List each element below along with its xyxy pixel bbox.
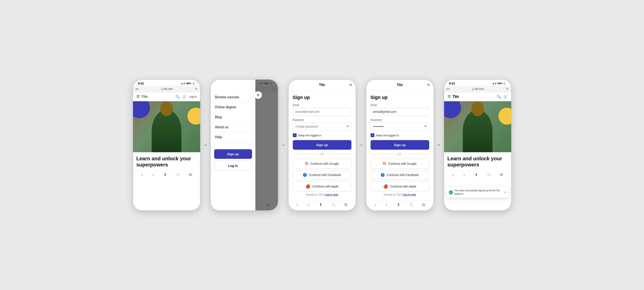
- hamburger-icon-5[interactable]: ☰: [448, 94, 451, 99]
- bottom-nav-3: ‹ › ⬆ □ ⧉: [288, 200, 356, 210]
- cart-icon-5[interactable]: 🛒: [504, 95, 508, 99]
- menu-item-about[interactable]: About us: [211, 122, 256, 132]
- forward-btn-4[interactable]: ›: [386, 203, 387, 207]
- back-btn-1[interactable]: ‹: [141, 172, 142, 177]
- tabs-btn-1[interactable]: ⧉: [189, 172, 192, 177]
- share-btn-3[interactable]: ⬆: [319, 202, 322, 207]
- lock-icon-1: 🔒: [161, 88, 164, 90]
- reload-btn-5[interactable]: ↻: [506, 87, 509, 91]
- url-text-5: tilo.com: [475, 87, 484, 90]
- apple-btn-3[interactable]: 🍎 Continue with Apple: [293, 181, 352, 192]
- tabs-btn-3[interactable]: ⧉: [344, 203, 347, 207]
- signup-modal-4: Tilo ✕ Sign up Email Password 👁: [366, 80, 434, 210]
- tabs-btn-4[interactable]: ⧉: [422, 203, 425, 207]
- keep-logged-checkbox-3[interactable]: ✓: [293, 133, 296, 137]
- bookmarks-btn-4[interactable]: □: [410, 203, 412, 207]
- login-link-3[interactable]: Log in now: [325, 193, 338, 196]
- phone-4: 9:41 ▲▼ WiFi 🔋 AA 🔒 tilo.com ↻ Tilo ✕ Si…: [366, 79, 434, 211]
- modal-header-4: Tilo ✕: [366, 80, 434, 90]
- toast-success-icon: ✓: [449, 190, 453, 195]
- facebook-label-3: Continue with Facebook: [309, 173, 341, 177]
- phone-2: 9:41 ▲▼ WiFi 🔋 AA 🔒 tilo.com ↻ Tilo Brow…: [210, 79, 278, 211]
- status-icons-5: ▲▼ WiFi 🔋: [492, 82, 506, 85]
- already-text-3: Already on Tilo? Log in now: [293, 193, 352, 196]
- password-group-3: Password 👁: [293, 118, 352, 131]
- hero-photo-1: [133, 101, 200, 152]
- already-span-4: Already on Tilo?: [384, 193, 402, 196]
- password-label-3: Password: [293, 118, 352, 121]
- menu-item-browse[interactable]: Browse courses ›: [211, 92, 256, 102]
- share-btn-1[interactable]: ⬆: [164, 172, 167, 177]
- close-menu-btn[interactable]: ✕: [254, 91, 262, 99]
- search-icon-5[interactable]: 🔍: [497, 95, 501, 99]
- back-btn-3[interactable]: ‹: [297, 203, 298, 207]
- menu-overlay: Browse courses › Online degree Blog Abou…: [211, 80, 278, 210]
- status-bar-5: 9:41 ▲▼ WiFi 🔋: [444, 80, 511, 86]
- email-input-3[interactable]: [293, 107, 352, 116]
- signup-btn-4[interactable]: Sign up: [370, 140, 429, 150]
- dark-overlay[interactable]: [256, 80, 278, 210]
- arrow-2: [278, 142, 288, 148]
- menu-signup-btn[interactable]: Sign up: [214, 149, 252, 159]
- eye-icon-4[interactable]: 👁: [424, 125, 427, 128]
- hero-title-1: Learn and unlock your superpowers: [136, 156, 197, 168]
- toast-message: You have successfully signed up for the …: [455, 189, 502, 196]
- phone-3: 9:41 ▲▼ WiFi 🔋 AA 🔒 tilo.com ↻ Tilo ✕ Si…: [288, 79, 356, 211]
- modal-close-btn-3[interactable]: ✕: [349, 83, 352, 87]
- menu-label-about: About us: [215, 125, 228, 129]
- toast-close-btn[interactable]: ✕: [504, 191, 506, 194]
- google-label-4: Continue with Google: [388, 162, 417, 165]
- google-btn-3[interactable]: G Continue with Google: [293, 159, 352, 169]
- password-input-3[interactable]: [293, 122, 352, 131]
- menu-buttons: Sign up Log in: [211, 146, 256, 174]
- menu-item-help[interactable]: Help: [211, 132, 256, 142]
- forward-btn-1[interactable]: ›: [152, 172, 154, 177]
- bookmarks-btn-5[interactable]: □: [488, 172, 490, 177]
- bookmarks-btn-3[interactable]: □: [332, 203, 335, 207]
- time-1: 9:41: [138, 82, 144, 85]
- forward-btn-3[interactable]: ›: [308, 203, 309, 207]
- browser-bar-5: AA 🔒 tilo.com ↻: [444, 86, 511, 92]
- eye-icon-3[interactable]: 👁: [346, 125, 349, 128]
- menu-item-degree[interactable]: Online degree: [211, 102, 256, 112]
- email-group-4: Email: [370, 104, 429, 116]
- share-btn-5[interactable]: ⬆: [475, 172, 478, 177]
- nav-bar-1: ☰ Tilo 🔍 🛒 Log in: [133, 92, 200, 101]
- forward-btn-5[interactable]: ›: [464, 172, 465, 177]
- signup-modal-3: Tilo ✕ Sign up Email Password 👁: [288, 80, 356, 210]
- facebook-btn-3[interactable]: f Continue with Facebook: [293, 170, 352, 180]
- already-text-4: Already on Tilo? Log in now: [370, 193, 429, 196]
- time-5: 9:41: [449, 82, 455, 85]
- back-btn-5[interactable]: ‹: [452, 172, 454, 177]
- menu-login-btn[interactable]: Log in: [214, 161, 252, 170]
- modal-close-btn-4[interactable]: ✕: [427, 83, 430, 87]
- reload-btn-1[interactable]: ↻: [195, 87, 198, 91]
- nav-logo-1: Tilo: [142, 94, 148, 99]
- google-label-3: Continue with Google: [310, 162, 339, 165]
- password-input-4[interactable]: [370, 122, 429, 131]
- share-btn-4[interactable]: ⬆: [397, 202, 400, 207]
- bookmarks-btn-1[interactable]: □: [177, 172, 179, 177]
- modal-body-3: Sign up Email Password 👁 ✓ Keep: [288, 90, 356, 200]
- back-btn-4[interactable]: ‹: [374, 203, 376, 207]
- password-group-4: Password 👁: [370, 118, 429, 131]
- nav-logo-5: Tilo: [452, 94, 459, 99]
- apple-btn-4[interactable]: 🍎 Continue with Apple: [370, 181, 429, 192]
- signup-btn-3[interactable]: Sign up: [293, 140, 352, 150]
- search-icon-1[interactable]: 🔍: [176, 95, 180, 99]
- login-link-1[interactable]: Log in: [189, 95, 196, 98]
- email-input-4[interactable]: [370, 107, 429, 116]
- facebook-btn-4[interactable]: f Continue with Facebook: [370, 170, 429, 180]
- bottom-nav-5: ‹ › ⬆ □ ⧉: [444, 170, 511, 180]
- keep-logged-checkbox-4[interactable]: ✓: [370, 133, 374, 137]
- cart-icon-1[interactable]: 🛒: [182, 95, 186, 99]
- menu-item-blog[interactable]: Blog: [211, 112, 256, 122]
- google-btn-4[interactable]: G Continue with Google: [370, 159, 429, 169]
- tabs-btn-5[interactable]: ⧉: [500, 172, 503, 177]
- hamburger-icon[interactable]: ☰: [136, 94, 140, 99]
- apple-label-4: Continue with Apple: [390, 185, 416, 188]
- already-span-3: Already on Tilo?: [306, 193, 324, 196]
- modal-body-4: Sign up Email Password 👁 ✓ Keep: [366, 90, 434, 200]
- or-divider-3: OR: [293, 153, 352, 156]
- login-link-4[interactable]: Log in now: [403, 193, 416, 196]
